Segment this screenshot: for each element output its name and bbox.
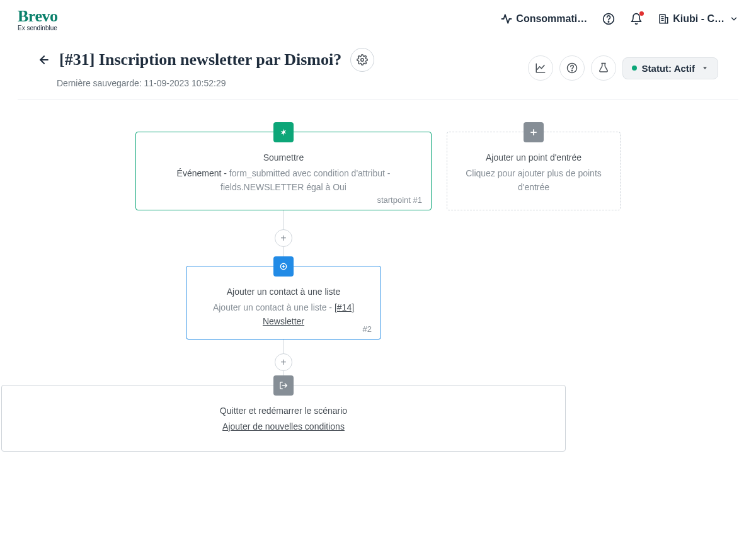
status-dropdown[interactable]: Statut: Actif — [622, 57, 718, 79]
node-tag: startpoint #1 — [377, 195, 422, 205]
plus-circle-icon — [273, 256, 294, 277]
test-button[interactable] — [591, 55, 616, 81]
node-description: Ajouter un contact à une liste - [#14] N… — [199, 300, 368, 329]
connector: + — [0, 210, 736, 266]
exit-node[interactable]: Quitter et redémarrer le scénario Ajoute… — [1, 385, 566, 452]
brand-name: Brevo — [18, 7, 57, 26]
consumption-label: Consommati… — [516, 13, 587, 25]
svg-point-1 — [609, 21, 609, 22]
node-link-row: Ajouter de nouvelles conditions — [14, 420, 553, 433]
notifications-icon[interactable] — [630, 13, 643, 25]
top-bar-right: Consommati… Kiubi - C… — [501, 13, 738, 25]
plus-icon — [524, 122, 544, 142]
org-switcher[interactable]: Kiubi - C… — [658, 13, 738, 25]
status-dot-icon — [632, 66, 637, 71]
status-label: Statut: Actif — [642, 63, 695, 74]
node-title: Quitter et redémarrer le scénario — [14, 406, 553, 416]
stats-button[interactable] — [528, 55, 553, 81]
automation-canvas: Soumettre Événement - form_submitted ave… — [0, 100, 756, 483]
add-step-button[interactable]: + — [275, 353, 292, 371]
node-title: Ajouter un contact à une liste — [199, 287, 368, 297]
exit-icon — [273, 375, 294, 396]
org-label: Kiubi - C… — [673, 13, 724, 25]
node-title: Ajouter un point d'entrée — [460, 152, 607, 163]
pulse-icon — [501, 13, 512, 25]
notification-dot — [639, 11, 644, 16]
brand-tagline: Ex sendinblue — [18, 25, 57, 31]
page-title: [#31] Inscription newsletter par Dismoi? — [59, 50, 341, 69]
chevron-down-icon — [730, 14, 738, 23]
help-button[interactable] — [559, 55, 585, 81]
page-header: [#31] Inscription newsletter par Dismoi?… — [18, 35, 738, 100]
settings-button[interactable] — [350, 48, 374, 72]
help-icon[interactable] — [602, 13, 615, 25]
top-bar: Brevo Ex sendinblue Consommati… Kiubi - … — [0, 0, 756, 35]
startpoint-node[interactable]: Soumettre Événement - form_submitted ave… — [135, 132, 432, 210]
consumption-link[interactable]: Consommati… — [501, 13, 587, 25]
add-step-button[interactable]: + — [275, 229, 292, 247]
last-save-label: Dernière sauvegarde: 11-09-2023 10:52:29 — [57, 78, 374, 88]
node-description: Événement - form_submitted avec conditio… — [149, 166, 418, 195]
node-title: Soumettre — [149, 152, 418, 163]
node-subtitle: Cliquez pour ajouter plus de points d'en… — [460, 166, 607, 195]
svg-point-10 — [361, 59, 364, 62]
add-conditions-link[interactable]: Ajouter de nouvelles conditions — [222, 421, 345, 431]
building-icon — [658, 13, 669, 25]
brand-logo[interactable]: Brevo Ex sendinblue — [18, 7, 57, 31]
asterisk-icon — [273, 122, 294, 142]
add-contact-node[interactable]: Ajouter un contact à une liste Ajouter u… — [186, 266, 381, 340]
add-entrypoint-node[interactable]: Ajouter un point d'entrée Cliquez pour a… — [447, 132, 621, 210]
svg-marker-14 — [703, 67, 707, 70]
connector: + — [0, 340, 736, 385]
node-tag: #2 — [363, 324, 372, 334]
chevron-down-icon — [701, 64, 709, 72]
svg-point-12 — [571, 71, 572, 71]
back-button[interactable] — [38, 54, 50, 66]
